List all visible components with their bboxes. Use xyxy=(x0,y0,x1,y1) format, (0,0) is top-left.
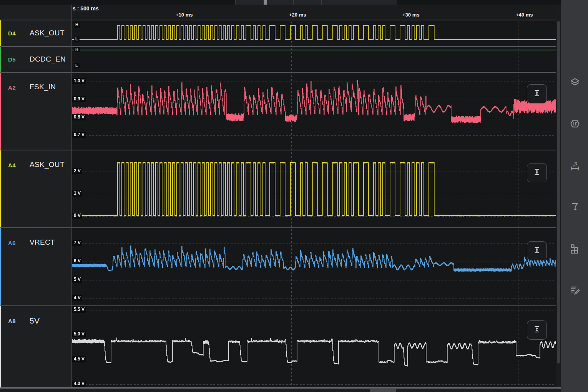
channel-name-A6: VRECT xyxy=(30,238,55,247)
axis-tick-label: 4 V xyxy=(72,295,82,301)
waveform-canvas-A8[interactable] xyxy=(71,306,556,387)
axis-tick-label: 5.0 V xyxy=(72,331,86,337)
ruler-tick-label: +40 ms xyxy=(516,12,533,18)
horizontal-scrollbar-track[interactable] xyxy=(0,389,561,392)
waveform-canvas-A6[interactable] xyxy=(71,228,556,306)
channel-accent-D4 xyxy=(0,20,1,47)
expand-vertical-icon xyxy=(532,167,542,178)
axis-tick-label: 5.5 V xyxy=(72,307,86,313)
overview-band xyxy=(235,0,397,5)
row-separator xyxy=(0,150,556,150)
expand-channel-button-A2[interactable] xyxy=(527,84,547,103)
axis-tick-label: 0 V xyxy=(72,213,82,219)
logic-level-label: L xyxy=(74,63,80,68)
overview-position-thumb[interactable] xyxy=(264,0,267,5)
overview-divider xyxy=(235,0,236,5)
channel-id-A4: A4 xyxy=(8,162,16,168)
overview-divider xyxy=(321,0,322,5)
channel-name-A4: ASK_OUT xyxy=(30,160,65,169)
channel-id-A2: A2 xyxy=(8,84,16,91)
logic-analyzer-app: s : 500 ms +10 ms+20 ms+30 ms+40 ms D4AS… xyxy=(0,0,588,392)
row-separator xyxy=(0,72,556,73)
expand-vertical-icon xyxy=(532,88,542,100)
axis-tick-label: 0.8 V xyxy=(72,114,86,120)
expand-channel-button-A4[interactable] xyxy=(527,163,547,182)
channel-id-D4: D4 xyxy=(8,30,16,37)
channel-label-D4[interactable]: D4ASK_OUT xyxy=(0,20,71,47)
channel-label-D5[interactable]: D5DCDC_EN xyxy=(0,47,71,72)
channel-name-D5: DCDC_EN xyxy=(30,55,66,63)
axis-tick-label: 4.5 V xyxy=(72,356,86,362)
waveform-canvas-A2[interactable] xyxy=(71,73,556,150)
axis-tick-label: 1.0 V xyxy=(72,78,86,84)
waveform-canvas-D4[interactable] xyxy=(71,20,556,47)
channel-accent-A4 xyxy=(0,150,1,228)
logic-level-label: H xyxy=(74,22,80,28)
channel-label-A2[interactable]: A2FSK_IN xyxy=(0,73,71,150)
channel-label-A6[interactable]: A6VRECT xyxy=(0,228,71,306)
horizontal-scrollbar-thumb[interactable] xyxy=(370,389,396,392)
svg-text:1F: 1F xyxy=(572,122,577,126)
notes-icon[interactable] xyxy=(569,284,581,295)
svg-text:3: 3 xyxy=(574,161,577,167)
ruler-offset-label: s : 500 ms xyxy=(73,5,99,12)
channel-accent-A8 xyxy=(0,306,1,387)
expand-channel-button-A6[interactable] xyxy=(527,241,547,260)
extensions-icon[interactable] xyxy=(569,243,581,255)
time-ruler[interactable]: s : 500 ms +10 ms+20 ms+30 ms+40 ms xyxy=(71,5,556,20)
overview-divider xyxy=(349,0,349,5)
row-separator xyxy=(0,20,556,20)
axis-tick-label: 0.9 V xyxy=(72,96,86,102)
right-sidebar: 1F3 xyxy=(561,0,588,392)
channel-name-A8: 5V xyxy=(30,316,40,325)
channel-accent-A2 xyxy=(0,73,1,150)
logic-level-label: L xyxy=(74,37,80,42)
expand-vertical-icon xyxy=(532,245,542,257)
channel-id-A6: A6 xyxy=(8,240,16,246)
ruler-tick-label: +20 ms xyxy=(289,12,306,18)
waveform-canvas-A4[interactable] xyxy=(71,150,556,228)
channel-label-A8[interactable]: A85V xyxy=(0,306,71,387)
row-separator xyxy=(0,46,556,47)
row-separator xyxy=(0,227,556,228)
axis-tick-label: 7 V xyxy=(72,240,82,246)
channel-id-D5: D5 xyxy=(8,56,16,63)
vertical-scrollbar-thumb[interactable] xyxy=(557,21,560,364)
expand-vertical-icon xyxy=(532,324,542,336)
expand-channel-button-A8[interactable] xyxy=(527,320,547,340)
axis-tick-label: 5 V xyxy=(72,277,82,283)
channel-name-A2: FSK_IN xyxy=(30,83,56,91)
column-divider xyxy=(71,0,72,387)
axis-tick-label: 2 V xyxy=(72,168,82,174)
channel-id-A8: A8 xyxy=(8,318,16,324)
ruler-tick-label: +10 ms xyxy=(176,12,193,18)
capture-overview-strip[interactable] xyxy=(0,0,561,5)
channel-name-D4: ASK_OUT xyxy=(30,29,65,37)
layers-icon[interactable] xyxy=(569,77,581,88)
timing-marker-icon[interactable] xyxy=(569,201,581,212)
axis-tick-label: 0.7 V xyxy=(72,132,86,138)
measurement-icon[interactable]: 3 xyxy=(569,160,581,172)
row-separator xyxy=(0,305,556,306)
axis-tick-label: 1 V xyxy=(72,190,82,197)
overview-divider xyxy=(293,0,294,5)
waveform-canvas-D5[interactable] xyxy=(71,47,556,72)
axis-tick-label: 4.0 V xyxy=(72,381,86,387)
channel-accent-A6 xyxy=(0,228,1,306)
analyzer-hex-icon[interactable]: 1F xyxy=(569,118,581,130)
channel-label-A4[interactable]: A4ASK_OUT xyxy=(0,150,71,228)
ruler-tick-label: +30 ms xyxy=(402,12,419,18)
axis-tick-label: 6 V xyxy=(72,258,82,264)
logic-level-label: H xyxy=(74,47,80,52)
channel-accent-D5 xyxy=(0,47,1,72)
